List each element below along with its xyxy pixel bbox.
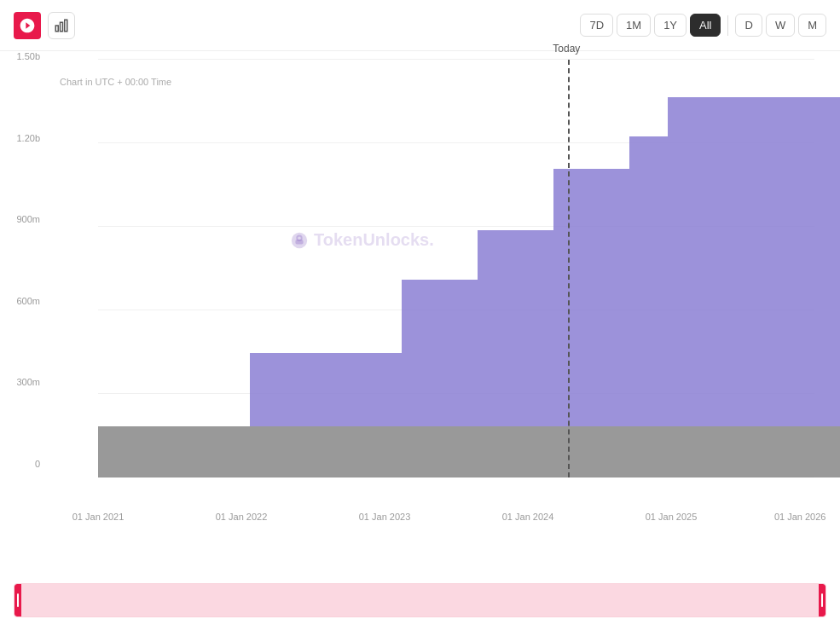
interval-btn-d[interactable]: D bbox=[735, 14, 762, 37]
x-label: 01 Jan 2022 bbox=[216, 512, 268, 522]
time-btn-1m[interactable]: 1M bbox=[617, 14, 651, 37]
interval-buttons: DWM bbox=[735, 14, 826, 37]
chart-inner: Chart in UTC + 00:00 Time bbox=[51, 60, 823, 512]
navigator[interactable] bbox=[14, 583, 826, 617]
interval-btn-w[interactable]: W bbox=[766, 14, 795, 37]
chart-subtitle: Chart in UTC + 00:00 Time bbox=[60, 77, 171, 87]
navigator-handle-left[interactable] bbox=[14, 584, 21, 616]
legend: Unlocks schedule Team/Investor/VC Commun… bbox=[0, 617, 840, 625]
bar-chart-icon[interactable] bbox=[48, 12, 75, 39]
x-label: 01 Jan 2025 bbox=[646, 512, 698, 522]
x-label: 01 Jan 2021 bbox=[72, 512, 125, 522]
svg-rect-3 bbox=[98, 426, 840, 477]
y-label: 300m bbox=[0, 377, 47, 387]
navigator-fill bbox=[21, 584, 819, 616]
y-axis: 0300m600m900m1.20b1.50b bbox=[0, 51, 47, 469]
y-label: 0 bbox=[0, 459, 47, 469]
y-label: 1.50b bbox=[0, 51, 47, 61]
time-btn-all[interactable]: All bbox=[690, 14, 721, 37]
chart-svg bbox=[98, 60, 840, 477]
today-label: Today bbox=[553, 43, 580, 55]
navigator-handle-right[interactable] bbox=[819, 584, 826, 616]
y-label: 1.20b bbox=[0, 133, 47, 143]
time-range-buttons: 7D1M1YAll bbox=[580, 14, 721, 37]
x-label: 01 Jan 2026 bbox=[774, 512, 826, 522]
today-line: Today bbox=[568, 60, 570, 477]
divider bbox=[727, 15, 728, 36]
time-btn-1y[interactable]: 1Y bbox=[654, 14, 686, 37]
x-axis: 01 Jan 202101 Jan 202201 Jan 202301 Jan … bbox=[98, 512, 814, 537]
header-left bbox=[14, 12, 75, 39]
header: 7D1M1YAll DWM bbox=[0, 0, 840, 51]
svg-rect-1 bbox=[61, 22, 63, 32]
y-label: 600m bbox=[0, 296, 47, 306]
svg-rect-0 bbox=[55, 26, 58, 32]
x-label: 01 Jan 2024 bbox=[502, 512, 554, 522]
interval-btn-m[interactable]: M bbox=[798, 14, 826, 37]
header-right: 7D1M1YAll DWM bbox=[580, 14, 826, 37]
logo-icon[interactable] bbox=[14, 12, 41, 39]
svg-marker-4 bbox=[250, 97, 840, 426]
chart-container: 0300m600m900m1.20b1.50b Chart in UTC + 0… bbox=[0, 51, 840, 546]
y-label: 900m bbox=[0, 214, 47, 224]
svg-rect-2 bbox=[65, 20, 67, 32]
x-label: 01 Jan 2023 bbox=[359, 512, 411, 522]
time-btn-7d[interactable]: 7D bbox=[580, 14, 613, 37]
